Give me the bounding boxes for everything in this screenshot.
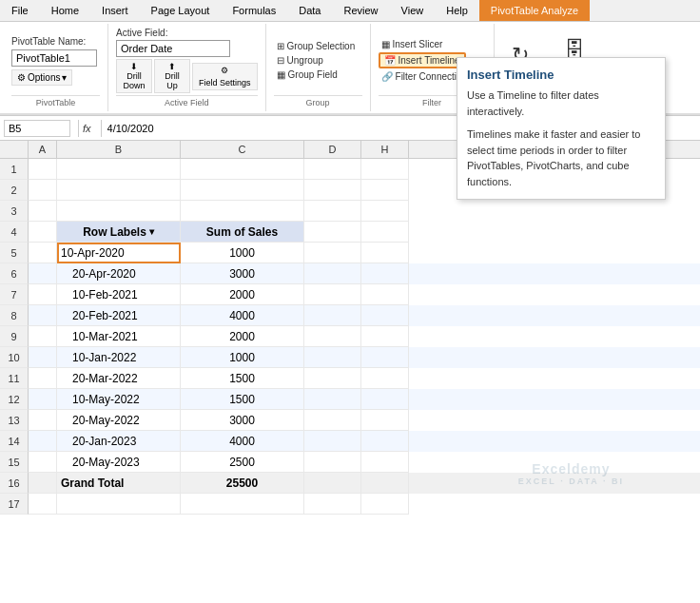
cell-c14[interactable]: 4000 <box>181 431 304 452</box>
cell-d6[interactable] <box>304 263 361 284</box>
cell-c8[interactable]: 4000 <box>181 305 304 326</box>
cell-a6[interactable] <box>29 263 57 284</box>
tab-home[interactable]: Home <box>40 0 90 21</box>
cell-c4-sum-of-sales[interactable]: Sum of Sales <box>181 222 304 243</box>
cell-b10[interactable]: 10-Jan-2022 <box>57 347 181 368</box>
cell-c16-grand-total-value[interactable]: 25500 <box>181 473 304 494</box>
cell-a5[interactable] <box>29 243 57 263</box>
cell-a13[interactable] <box>29 410 57 431</box>
cell-d17[interactable] <box>304 494 361 515</box>
cell-d16[interactable] <box>304 473 361 494</box>
active-field-input[interactable] <box>116 40 230 57</box>
cell-c3[interactable] <box>181 201 304 222</box>
cell-d10[interactable] <box>304 347 361 368</box>
cell-c2[interactable] <box>181 180 304 201</box>
cell-a4[interactable] <box>29 222 57 243</box>
cell-b6[interactable]: 20-Apr-2020 <box>57 263 181 284</box>
cell-a17[interactable] <box>29 494 57 515</box>
cell-h6[interactable] <box>361 263 409 284</box>
cell-c6[interactable]: 3000 <box>181 263 304 284</box>
tab-page-layout[interactable]: Page Layout <box>140 0 222 21</box>
cell-b1[interactable] <box>57 159 181 180</box>
cell-d2[interactable] <box>304 180 361 201</box>
cell-a3[interactable] <box>29 201 57 222</box>
cell-name-box[interactable] <box>4 120 70 137</box>
ungroup-button[interactable]: ⊟ Ungroup <box>274 54 326 67</box>
cell-b5[interactable]: 10-Apr-2020 <box>57 243 181 263</box>
cell-a8[interactable] <box>29 305 57 326</box>
cell-d11[interactable] <box>304 368 361 389</box>
cell-h13[interactable] <box>361 410 409 431</box>
cell-d7[interactable] <box>304 284 361 305</box>
tab-review[interactable]: Review <box>332 0 389 21</box>
cell-h15[interactable] <box>361 452 409 473</box>
cell-h11[interactable] <box>361 368 409 389</box>
pivottable-name-input[interactable] <box>11 49 97 67</box>
cell-a7[interactable] <box>29 284 57 305</box>
cell-b15[interactable]: 20-May-2023 <box>57 452 181 473</box>
cell-b14[interactable]: 20-Jan-2023 <box>57 431 181 452</box>
cell-c15[interactable]: 2500 <box>181 452 304 473</box>
cell-h17[interactable] <box>361 494 409 515</box>
drill-down-button[interactable]: ⬇ Drill Down <box>116 59 152 93</box>
field-settings-button[interactable]: ⚙ Field Settings <box>192 63 258 90</box>
cell-c5[interactable]: 1000 <box>181 243 304 263</box>
cell-d8[interactable] <box>304 305 361 326</box>
cell-a1[interactable] <box>29 159 57 180</box>
cell-c7[interactable]: 2000 <box>181 284 304 305</box>
cell-c11[interactable]: 1500 <box>181 368 304 389</box>
cell-c17[interactable] <box>181 494 304 515</box>
cell-h4[interactable] <box>361 222 409 243</box>
cell-b16-grand-total[interactable]: Grand Total <box>57 473 181 494</box>
cell-h14[interactable] <box>361 431 409 452</box>
cell-b13[interactable]: 20-May-2022 <box>57 410 181 431</box>
cell-d12[interactable] <box>304 389 361 410</box>
cell-h9[interactable] <box>361 326 409 347</box>
cell-a15[interactable] <box>29 452 57 473</box>
cell-h5[interactable] <box>361 243 409 263</box>
cell-c9[interactable]: 2000 <box>181 326 304 347</box>
tab-data[interactable]: Data <box>287 0 332 21</box>
cell-a11[interactable] <box>29 368 57 389</box>
cell-c10[interactable]: 1000 <box>181 347 304 368</box>
insert-timeline-button[interactable]: 📅 Insert Timeline <box>379 52 466 68</box>
cell-b17[interactable] <box>57 494 181 515</box>
cell-c13[interactable]: 3000 <box>181 410 304 431</box>
cell-b2[interactable] <box>57 180 181 201</box>
cell-b8[interactable]: 20-Feb-2021 <box>57 305 181 326</box>
cell-d3[interactable] <box>304 201 361 222</box>
cell-h16[interactable] <box>361 473 409 494</box>
tab-insert[interactable]: Insert <box>90 0 140 21</box>
cell-a9[interactable] <box>29 326 57 347</box>
tab-file[interactable]: File <box>0 0 40 21</box>
cell-h7[interactable] <box>361 284 409 305</box>
tab-pivottable-analyze[interactable]: PivotTable Analyze <box>479 0 590 21</box>
cell-a2[interactable] <box>29 180 57 201</box>
cell-d1[interactable] <box>304 159 361 180</box>
cell-a12[interactable] <box>29 389 57 410</box>
cell-d14[interactable] <box>304 431 361 452</box>
drill-up-button[interactable]: ⬆ Drill Up <box>154 59 190 93</box>
cell-b9[interactable]: 10-Mar-2021 <box>57 326 181 347</box>
group-field-button[interactable]: ▦ Group Field <box>274 68 340 81</box>
cell-a10[interactable] <box>29 347 57 368</box>
cell-d4[interactable] <box>304 222 361 243</box>
cell-b7[interactable]: 10-Feb-2021 <box>57 284 181 305</box>
cell-h12[interactable] <box>361 389 409 410</box>
cell-a16[interactable] <box>29 473 57 494</box>
cell-b3[interactable] <box>57 201 181 222</box>
group-selection-button[interactable]: ⊞ Group Selection <box>274 40 359 52</box>
cell-b12[interactable]: 10-May-2022 <box>57 389 181 410</box>
cell-h2[interactable] <box>361 180 409 201</box>
cell-c1[interactable] <box>181 159 304 180</box>
cell-h10[interactable] <box>361 347 409 368</box>
filter-dropdown-icon[interactable]: ▾ <box>149 226 154 237</box>
cell-b11[interactable]: 20-Mar-2022 <box>57 368 181 389</box>
cell-c12[interactable]: 1500 <box>181 389 304 410</box>
insert-slicer-button[interactable]: ▦ Insert Slicer <box>379 38 446 50</box>
cell-b4-row-labels[interactable]: Row Labels ▾ <box>57 222 181 243</box>
cell-d9[interactable] <box>304 326 361 347</box>
cell-d5[interactable] <box>304 243 361 263</box>
cell-d13[interactable] <box>304 410 361 431</box>
options-button[interactable]: ⚙ Options ▾ <box>11 69 72 86</box>
